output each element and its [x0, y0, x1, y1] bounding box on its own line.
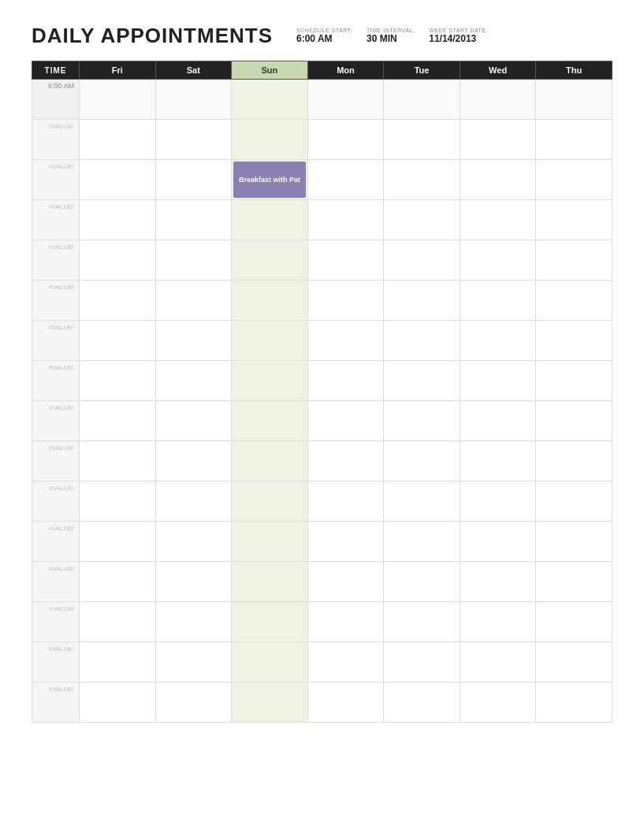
cell-mon	[307, 160, 384, 200]
appointment-block[interactable]: Breakfast with Pat	[233, 162, 306, 198]
cell-sun	[232, 482, 308, 522]
schedule-start-label: SCHEDULE START:	[296, 28, 352, 33]
cell-wed	[460, 602, 536, 642]
cell-thu	[536, 200, 612, 240]
time-cell: #VALUE!	[32, 482, 80, 522]
cell-wed	[460, 682, 536, 723]
cell-mon	[307, 522, 384, 562]
col-header-thu: Thu	[536, 61, 612, 80]
cell-wed	[460, 160, 536, 200]
cell-thu	[536, 120, 612, 160]
col-header-time: TIME	[32, 61, 80, 80]
table-row: #VALUE!	[32, 281, 612, 321]
cell-thu	[536, 80, 612, 120]
col-header-sat: Sat	[155, 61, 232, 80]
cell-sun	[232, 120, 308, 160]
cell-thu	[536, 401, 612, 441]
cell-sun	[232, 240, 308, 281]
cell-fri	[80, 281, 156, 321]
time-cell: #VALUE!	[32, 361, 80, 401]
cell-tue	[384, 562, 460, 602]
table-row: 6:00 AM	[32, 80, 612, 120]
time-cell: #VALUE!	[32, 401, 80, 441]
cell-mon	[307, 240, 384, 281]
cell-mon	[307, 562, 384, 602]
cell-sat	[155, 522, 232, 562]
cell-mon	[307, 441, 384, 482]
table-row: #VALUE!	[32, 200, 612, 240]
cell-sat	[155, 361, 232, 401]
table-row: #VALUE!	[32, 562, 612, 602]
time-interval-value: 30 MIN	[367, 33, 397, 44]
cell-thu	[536, 642, 612, 682]
time-interval-label: TIME INTERVAL:	[367, 28, 415, 33]
cell-wed	[460, 80, 536, 120]
cell-thu	[536, 482, 612, 522]
cell-sun	[232, 200, 308, 240]
cell-wed	[460, 441, 536, 482]
cell-fri	[80, 682, 156, 723]
time-cell: #VALUE!	[32, 160, 80, 200]
cell-wed	[460, 401, 536, 441]
cell-tue	[384, 281, 460, 321]
cell-fri	[80, 120, 156, 160]
table-row: #VALUE!	[32, 482, 612, 522]
cell-sat	[155, 240, 232, 281]
table-row: #VALUE!	[32, 321, 612, 361]
cell-sat	[155, 682, 232, 723]
table-row: #VALUE!	[32, 441, 612, 482]
cell-wed	[460, 240, 536, 281]
time-cell: 6:00 AM	[32, 80, 80, 120]
cell-thu	[536, 321, 612, 361]
cell-fri	[80, 482, 156, 522]
cell-sun	[232, 441, 308, 482]
cell-mon	[307, 602, 384, 642]
col-header-fri: Fri	[80, 61, 156, 80]
cell-thu	[536, 562, 612, 602]
time-cell: #VALUE!	[32, 321, 80, 361]
cell-thu	[536, 602, 612, 642]
cell-mon	[307, 642, 384, 682]
cell-fri	[80, 240, 156, 281]
cell-thu	[536, 361, 612, 401]
cell-fri	[80, 401, 156, 441]
cell-tue	[384, 80, 460, 120]
cell-wed	[460, 200, 536, 240]
header-row: TIME Fri Sat Sun Mon Tue Wed Thu	[32, 61, 612, 80]
cell-sat	[155, 642, 232, 682]
week-start-group: WEEK START DATE: 11/14/2013	[429, 28, 488, 44]
cell-sat	[155, 562, 232, 602]
time-cell: #VALUE!	[32, 120, 80, 160]
table-row: #VALUE!	[32, 522, 612, 562]
schedule-start-value: 6:00 AM	[296, 33, 333, 44]
cell-fri	[80, 602, 156, 642]
cell-sun	[232, 361, 308, 401]
cell-wed	[460, 482, 536, 522]
cell-sun: Breakfast with Pat	[232, 160, 308, 200]
cell-tue	[384, 682, 460, 723]
table-row: #VALUE!Breakfast with Pat	[32, 160, 612, 200]
cell-sat	[155, 401, 232, 441]
time-cell: #VALUE!	[32, 200, 80, 240]
cell-sat	[155, 120, 232, 160]
cell-wed	[460, 361, 536, 401]
cell-tue	[384, 602, 460, 642]
cell-mon	[307, 682, 384, 723]
cell-tue	[384, 401, 460, 441]
cell-tue	[384, 642, 460, 682]
table-row: #VALUE!	[32, 602, 612, 642]
cell-sat	[155, 80, 232, 120]
cell-wed	[460, 281, 536, 321]
time-cell: #VALUE!	[32, 562, 80, 602]
time-interval-group: TIME INTERVAL: 30 MIN	[367, 28, 415, 44]
table-row: #VALUE!	[32, 642, 612, 682]
cell-tue	[384, 482, 460, 522]
cell-wed	[460, 562, 536, 602]
cell-tue	[384, 441, 460, 482]
time-cell: #VALUE!	[32, 441, 80, 482]
cell-fri	[80, 361, 156, 401]
cell-tue	[384, 321, 460, 361]
table-row: #VALUE!	[32, 361, 612, 401]
cell-tue	[384, 160, 460, 200]
header-meta: SCHEDULE START: 6:00 AM TIME INTERVAL: 3…	[296, 28, 488, 44]
